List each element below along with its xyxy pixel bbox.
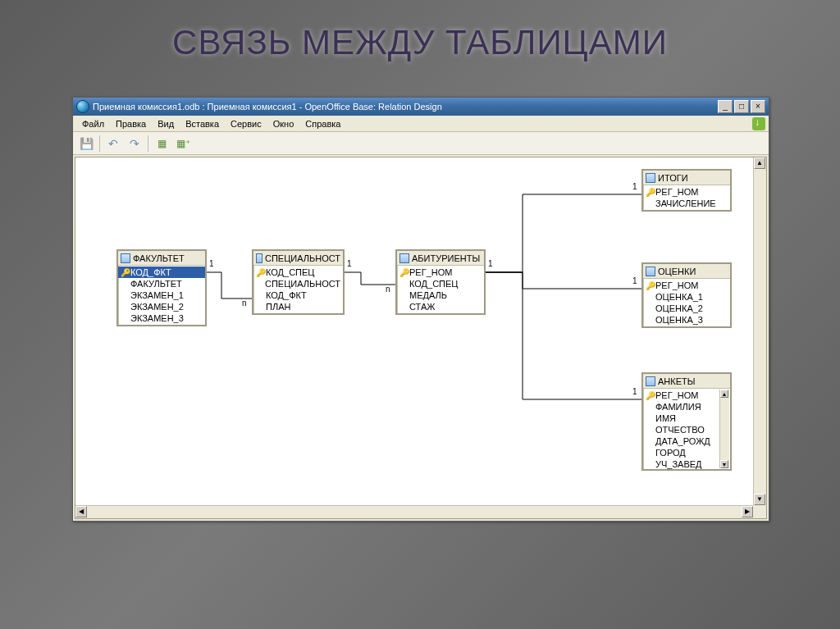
- cardinality-label: n: [241, 299, 248, 308]
- field-row[interactable]: ГОРОД: [643, 447, 720, 458]
- cardinality-label: 1: [632, 182, 638, 191]
- cardinality-label: 1: [346, 259, 353, 268]
- field-name: КОД_ФКТ: [130, 267, 171, 277]
- table-abiturienty[interactable]: АБИТУРИЕНТЫ 🔑РЕГ_НОМ КОД_СПЕЦ МЕДАЛЬ СТА…: [395, 249, 486, 315]
- field-name: РЕГ_НОМ: [409, 267, 452, 277]
- field-name: ДАТА_РОЖД: [655, 436, 710, 446]
- app-icon: [76, 100, 89, 113]
- new-relation-icon[interactable]: ▦⁺: [175, 135, 191, 152]
- field-row[interactable]: ФАМИЛИЯ: [643, 401, 720, 412]
- field-row[interactable]: УЧ_ЗАВЕД: [643, 458, 720, 470]
- maximize-button[interactable]: □: [734, 100, 749, 113]
- slide-title: СВЯЗЬ МЕЖДУ ТАБЛИЦАМИ: [0, 0, 840, 72]
- field-row[interactable]: ОЦЕНКА_2: [643, 303, 730, 314]
- field-row[interactable]: 🔑КОД_СПЕЦ: [253, 267, 343, 278]
- table-itogi[interactable]: ИТОГИ 🔑РЕГ_НОМ ЗАЧИСЛЕНИЕ: [641, 169, 732, 212]
- table-header[interactable]: ИТОГИ: [643, 171, 730, 185]
- scroll-up-icon[interactable]: ▲: [720, 390, 728, 398]
- scroll-right-icon[interactable]: ▶: [742, 506, 753, 517]
- scroll-left-icon[interactable]: ◀: [75, 506, 87, 517]
- field-name: ЭКЗАМЕН_1: [130, 290, 184, 300]
- horizontal-scrollbar[interactable]: ◀ ▶: [75, 505, 753, 518]
- table-header[interactable]: АНКЕТЫ: [643, 374, 730, 389]
- minimize-button[interactable]: _: [718, 100, 733, 113]
- table-ocenki[interactable]: ОЦЕНКИ 🔑РЕГ_НОМ ОЦЕНКА_1 ОЦЕНКА_2 ОЦЕНКА…: [641, 262, 732, 328]
- menu-view[interactable]: Вид: [152, 117, 180, 130]
- field-row[interactable]: ОТЧЕСТВО: [643, 424, 720, 435]
- titlebar[interactable]: Приемная комиссия1.odb : Приемная комисс…: [73, 98, 769, 116]
- field-row[interactable]: КОД_ФКТ: [253, 289, 343, 301]
- menu-file[interactable]: Файл: [76, 117, 110, 130]
- field-name: КОД_ФКТ: [266, 290, 307, 300]
- field-name: КОД_СПЕЦ: [266, 267, 315, 277]
- field-name: КОД_СПЕЦ: [409, 279, 459, 289]
- field-row[interactable]: ОЦЕНКА_3: [643, 314, 730, 326]
- cardinality-label: 1: [632, 276, 638, 285]
- field-row[interactable]: ПЛАН: [253, 301, 343, 312]
- field-row[interactable]: КОД_СПЕЦ: [397, 278, 484, 289]
- field-row[interactable]: ЭКЗАМЕН_2: [118, 301, 205, 312]
- table-header[interactable]: СПЕЦИАЛЬНОСТ: [253, 251, 343, 266]
- cardinality-label: 1: [632, 387, 638, 396]
- scroll-down-icon[interactable]: ▼: [754, 494, 765, 505]
- table-header[interactable]: ФАКУЛЬТЕТ: [118, 251, 205, 266]
- field-name: СТАЖ: [409, 302, 435, 312]
- menu-tools[interactable]: Сервис: [225, 117, 267, 130]
- field-row[interactable]: СПЕЦИАЛЬНОСТ: [253, 278, 343, 289]
- field-row[interactable]: ЭКЗАМЕН_3: [118, 312, 205, 324]
- table-ankety[interactable]: АНКЕТЫ 🔑РЕГ_НОМ ФАМИЛИЯ ИМЯ ОТЧЕСТВО ДАТ…: [641, 372, 732, 471]
- key-icon: 🔑: [646, 281, 655, 290]
- field-row[interactable]: ИМЯ: [643, 412, 720, 424]
- add-table-icon[interactable]: ▦: [153, 135, 170, 152]
- menu-window[interactable]: Окно: [267, 117, 300, 130]
- field-name: ФАКУЛЬТЕТ: [130, 279, 182, 289]
- vertical-scrollbar[interactable]: ▲ ▼: [753, 157, 766, 505]
- table-title: ОЦЕНКИ: [658, 267, 696, 276]
- scroll-down-icon[interactable]: ▼: [720, 460, 728, 468]
- field-name: СПЕЦИАЛЬНОСТ: [265, 279, 340, 289]
- field-row[interactable]: ЭКЗАМЕН_1: [118, 289, 205, 301]
- save-icon[interactable]: 💾: [78, 135, 94, 152]
- key-icon: 🔑: [646, 391, 655, 400]
- table-title: СПЕЦИАЛЬНОСТ: [265, 253, 340, 263]
- field-name: ОЦЕНКА_3: [655, 315, 703, 325]
- cardinality-label: n: [385, 285, 391, 294]
- menu-edit[interactable]: Правка: [110, 117, 152, 130]
- field-row[interactable]: 🔑РЕГ_НОМ: [643, 186, 730, 198]
- field-name: ЭКЗАМЕН_3: [130, 313, 184, 323]
- toolbar: 💾 ↶ ↷ ▦ ▦⁺: [73, 132, 769, 155]
- table-specialnost[interactable]: СПЕЦИАЛЬНОСТ 🔑КОД_СПЕЦ СПЕЦИАЛЬНОСТ КОД_…: [252, 249, 345, 315]
- field-row[interactable]: СТАЖ: [397, 301, 484, 312]
- menu-help[interactable]: Справка: [299, 117, 346, 130]
- field-name: РЕГ_НОМ: [655, 187, 698, 197]
- menubar: Файл Правка Вид Вставка Сервис Окно Спра…: [73, 116, 769, 132]
- table-header[interactable]: ОЦЕНКИ: [643, 264, 730, 279]
- relation-canvas[interactable]: 1 n 1 n 1 1 1 1 ФАКУЛЬТЕТ 🔑КОД_ФКТ ФАКУЛ…: [75, 157, 753, 505]
- field-row[interactable]: 🔑РЕГ_НОМ: [397, 267, 484, 278]
- scroll-up-icon[interactable]: ▲: [754, 157, 765, 169]
- download-icon[interactable]: [752, 117, 765, 130]
- table-icon: [121, 253, 130, 263]
- cardinality-label: 1: [208, 259, 215, 268]
- field-row[interactable]: 🔑КОД_ФКТ: [118, 267, 205, 278]
- field-row[interactable]: ФАКУЛЬТЕТ: [118, 278, 205, 289]
- field-row[interactable]: 🔑РЕГ_НОМ: [643, 390, 720, 401]
- key-icon: 🔑: [399, 268, 409, 277]
- field-row[interactable]: 🔑РЕГ_НОМ: [643, 280, 730, 291]
- field-row[interactable]: МЕДАЛЬ: [397, 289, 484, 301]
- field-name: РЕГ_НОМ: [655, 390, 698, 400]
- field-row[interactable]: ДАТА_РОЖД: [643, 435, 720, 447]
- close-button[interactable]: ×: [751, 100, 765, 113]
- cardinality-label: 1: [487, 259, 494, 268]
- table-scrollbar[interactable]: ▲ ▼: [719, 390, 729, 468]
- undo-icon[interactable]: ↶: [105, 135, 121, 152]
- table-title: АБИТУРИЕНТЫ: [412, 253, 480, 263]
- redo-icon[interactable]: ↷: [126, 135, 143, 152]
- field-row[interactable]: ЗАЧИСЛЕНИЕ: [643, 198, 730, 209]
- table-fakultet[interactable]: ФАКУЛЬТЕТ 🔑КОД_ФКТ ФАКУЛЬТЕТ ЭКЗАМЕН_1 Э…: [116, 249, 207, 326]
- table-icon: [399, 253, 409, 263]
- scrollbar-corner: [753, 505, 766, 518]
- field-row[interactable]: ОЦЕНКА_1: [643, 291, 730, 303]
- table-header[interactable]: АБИТУРИЕНТЫ: [397, 251, 484, 266]
- menu-insert[interactable]: Вставка: [180, 117, 225, 130]
